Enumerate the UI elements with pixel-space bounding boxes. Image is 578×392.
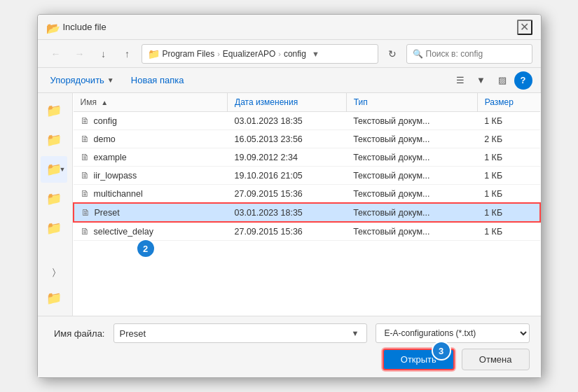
filetype-select[interactable]: E-A-configurations (*.txt) <box>376 323 530 343</box>
open-button[interactable]: Открыть <box>383 349 455 370</box>
bottom-bar: Имя файла: ▼ E-A-configurations (*.txt) … <box>38 316 541 377</box>
file-name-cell-0[interactable]: 🗎config <box>74 112 228 130</box>
file-name-cell-6[interactable]: 🗎selective_delay <box>74 222 228 241</box>
file-size-cell-4: 1 КБ <box>477 185 539 204</box>
file-type-cell-5: Текстовый докум... <box>346 203 477 222</box>
toolbar-right: ☰ ▼ ▨ ? <box>451 71 532 90</box>
file-area: Имя ▲ Дата изменения Тип Размер <box>73 93 541 316</box>
file-name-3: iir_lowpass <box>94 171 137 181</box>
file-icon-1: 🗎 <box>81 134 90 144</box>
help-button[interactable]: ? <box>514 71 532 90</box>
breadcrumb-equalizerapo: EqualizerAPO <box>223 49 275 59</box>
filename-dropdown-button[interactable]: ▼ <box>350 328 361 339</box>
search-bar[interactable]: 🔍 <box>406 44 532 64</box>
file-name-cell-1[interactable]: 🗎demo <box>74 130 228 148</box>
file-type-cell-0: Текстовый докум... <box>346 112 477 130</box>
table-row[interactable]: 🗎iir_lowpass19.10.2016 21:05Текстовый до… <box>74 167 540 185</box>
close-button[interactable]: ✕ <box>517 20 532 35</box>
file-type-cell-2: Текстовый докум... <box>346 148 477 167</box>
sidebar-folder-icon-2: 📁 <box>46 132 62 148</box>
filename-row: Имя файла: ▼ E-A-configurations (*.txt) <box>49 323 530 343</box>
back-button[interactable]: ← <box>46 44 66 64</box>
file-icon-0: 🗎 <box>81 115 90 126</box>
file-type-cell-4: Текстовый докум... <box>346 185 477 204</box>
file-date-cell-0: 03.01.2023 18:35 <box>228 112 347 130</box>
breadcrumb-dropdown-icon: ▼ <box>312 50 319 58</box>
view-panel-button[interactable]: ▨ <box>493 71 511 90</box>
sidebar-item-3[interactable]: 📁 ▼ <box>41 156 67 183</box>
titlebar: 📂 Include file ✕ <box>38 15 541 40</box>
table-row[interactable]: 🗎selective_delay27.09.2015 15:36Текстовы… <box>74 222 540 241</box>
file-type-cell-1: Текстовый докум... <box>346 130 477 148</box>
breadcrumb-text: Program Files › EqualizerAPO › config <box>163 49 306 59</box>
file-list: 🗎config03.01.2023 18:35Текстовый докум..… <box>74 112 540 241</box>
table-header-row: Имя ▲ Дата изменения Тип Размер <box>74 93 540 112</box>
file-name-cell-2[interactable]: 🗎example <box>74 148 228 167</box>
file-table: Имя ▲ Дата изменения Тип Размер <box>73 93 541 241</box>
file-name-6: selective_delay <box>94 227 153 237</box>
col-header-size[interactable]: Размер <box>477 93 539 112</box>
file-icon-2: 🗎 <box>81 152 90 162</box>
file-size-cell-2: 1 КБ <box>477 148 539 167</box>
view-list-button[interactable]: ☰ <box>451 71 469 90</box>
table-row[interactable]: 🗎config03.01.2023 18:35Текстовый докум..… <box>74 112 540 130</box>
arrange-label: Упорядочить <box>50 75 104 85</box>
sidebar-item-1[interactable]: 📁 <box>41 97 67 124</box>
dialog-icon: 📂 <box>46 22 57 33</box>
file-type-cell-6: Текстовый докум... <box>346 222 477 241</box>
file-icon-4: 🗎 <box>81 188 90 199</box>
col-header-date[interactable]: Дата изменения <box>228 93 347 112</box>
file-name-cell-3[interactable]: 🗎iir_lowpass <box>74 167 228 185</box>
sidebar-folder-icon-4: 📁 <box>46 191 62 206</box>
file-size-cell-0: 1 КБ <box>477 112 539 130</box>
sidebar-item-2[interactable]: 📁 <box>41 127 67 153</box>
breadcrumb-config: config <box>284 49 306 59</box>
col-header-type[interactable]: Тип <box>346 93 477 112</box>
table-row[interactable]: 🗎demo16.05.2013 23:56Текстовый докум...2… <box>74 130 540 148</box>
refresh-button[interactable]: ↻ <box>383 44 402 64</box>
sidebar-expand-icon-3: ▼ <box>60 166 66 173</box>
sidebar-folder-icon-5: 📁 <box>46 220 62 236</box>
view-dropdown-button[interactable]: ▼ <box>472 71 490 90</box>
sidebar-expand-button[interactable]: 〉 <box>41 262 67 282</box>
file-date-cell-2: 19.09.2012 2:34 <box>228 148 347 167</box>
sidebar-item-bottom[interactable]: 📁 <box>41 285 67 312</box>
breadcrumb-bar[interactable]: 📁 Program Files › EqualizerAPO › config … <box>142 44 378 64</box>
breadcrumb-program-files: Program Files <box>163 49 215 59</box>
filename-input[interactable] <box>120 328 350 339</box>
titlebar-left: 📂 Include file <box>46 22 106 33</box>
table-row[interactable]: 🗎example19.09.2012 2:34Текстовый докум..… <box>74 148 540 167</box>
breadcrumb-folder-icon: 📁 <box>148 48 160 59</box>
col-header-name[interactable]: Имя ▲ <box>74 93 228 112</box>
search-icon: 🔍 <box>413 49 423 59</box>
arrange-button[interactable]: Упорядочить ▼ <box>46 73 118 88</box>
file-name-cell-5[interactable]: 🗎Preset <box>74 203 228 222</box>
sidebar-item-5[interactable]: 📁 <box>41 215 67 241</box>
breadcrumb-sep1: › <box>217 50 220 58</box>
dialog-title: Include file <box>63 22 106 32</box>
toolbar-left: Упорядочить ▼ Новая папка <box>46 73 188 88</box>
up-button[interactable]: ↑ <box>118 44 137 64</box>
table-row[interactable]: 🗎multichannel27.09.2015 15:36Текстовый д… <box>74 185 540 204</box>
file-date-cell-6: 27.09.2015 15:36 <box>228 222 347 241</box>
search-input[interactable] <box>426 49 526 59</box>
file-date-cell-3: 19.10.2016 21:05 <box>228 167 347 185</box>
table-row[interactable]: 🗎Preset03.01.2023 18:35Текстовый докум..… <box>74 203 540 222</box>
forward-button[interactable]: → <box>70 44 90 64</box>
sidebar-item-4[interactable]: 📁 <box>41 186 67 212</box>
new-folder-label: Новая папка <box>131 75 184 85</box>
cancel-button[interactable]: Отмена <box>462 349 530 370</box>
sidebar-folder-icon-1: 📁 <box>46 103 62 118</box>
file-type-cell-3: Текстовый докум... <box>346 167 477 185</box>
file-name-4: multichannel <box>94 189 143 199</box>
file-date-cell-5: 03.01.2023 18:35 <box>228 203 347 222</box>
sort-arrow-icon: ▲ <box>101 99 108 106</box>
toolbar: Упорядочить ▼ Новая папка ☰ ▼ ▨ ? <box>38 68 541 93</box>
new-folder-button[interactable]: Новая папка <box>127 73 188 88</box>
breadcrumb-sep2: › <box>278 50 281 58</box>
file-size-cell-3: 1 КБ <box>477 167 539 185</box>
arrange-arrow-icon: ▼ <box>107 76 114 84</box>
down-arrow-button[interactable]: ↓ <box>94 44 113 64</box>
file-name-cell-4[interactable]: 🗎multichannel <box>74 185 228 204</box>
file-size-cell-1: 2 КБ <box>477 130 539 148</box>
